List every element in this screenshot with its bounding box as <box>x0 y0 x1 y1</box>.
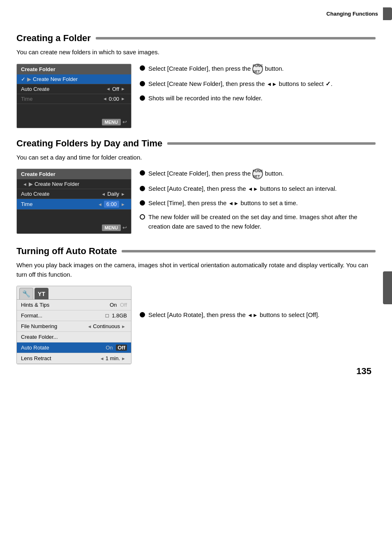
settings-row-format: Format... □ 1.8GB <box>17 310 131 321</box>
settings-tab-bar: 🔧 YT <box>17 286 131 300</box>
section1-bullet1: Select [Create Folder], then press the F… <box>140 64 376 74</box>
camera-ui-2-footer: MENU ↩ <box>17 222 131 234</box>
bullet-icon <box>140 65 145 71</box>
camera-ui-2-row3: Time ◄ 6:00 ► <box>17 199 131 210</box>
section1-header: Creating a Folder <box>16 33 376 44</box>
settings-row-lensretract: Lens Retract ◄ 1 min. ► <box>17 353 131 364</box>
section3-bullet1: Select [Auto Rotate], then press the ◄► … <box>140 310 376 320</box>
time-value: 6:00 <box>104 201 119 208</box>
return-arrow-2: ↩ <box>122 224 127 231</box>
header-tab <box>383 7 392 20</box>
page-number: 135 <box>356 366 371 377</box>
menu-btn-1: MENU <box>102 119 121 125</box>
menu-btn-2: MENU <box>102 224 121 231</box>
section3-title: Turning off Auto Rotate <box>16 246 117 257</box>
section3-content: 🔧 YT Hints & Tips On Off Format... □ 1.8… <box>16 286 376 364</box>
func-btn-icon: FUNCSET <box>252 64 263 74</box>
bullet-icon <box>140 81 145 86</box>
section1-camera-ui: Create Folder ✓ ▶ Create New Folder Auto… <box>16 64 131 128</box>
section2-bullet1: Select [Create Folder], then press the F… <box>140 169 376 179</box>
section3-settings-ui: 🔧 YT Hints & Tips On Off Format... □ 1.8… <box>16 286 131 364</box>
camera-ui-1-row1: ✓ ▶ Create New Folder <box>17 74 131 84</box>
section3-header-bar <box>122 250 376 252</box>
camera-ui-1-footer: MENU ↩ <box>17 116 131 128</box>
settings-row-filenumbering: File Numbering ◄ Continuous ► <box>17 321 131 332</box>
header-title: Changing Functions <box>321 7 383 20</box>
bullet-icon <box>140 312 145 317</box>
off-box: Off <box>116 345 127 351</box>
folder-icon: ▶ <box>27 76 31 82</box>
bullet-icon <box>140 95 145 101</box>
camera-ui-1-row2: Auto Create ◄ Off ► <box>17 84 131 94</box>
section2-camera-ui: Create Folder ◄ ▶ Create New Folder Auto… <box>16 169 131 234</box>
section3-description: When you play back images on the camera,… <box>16 261 376 279</box>
lr-arrows-icon-2: ◄► <box>248 185 258 193</box>
folder-icon-2: ▶ <box>29 181 33 187</box>
section2-bullet3: Select [Time], then press the ◄► buttons… <box>140 199 376 208</box>
section1-bullet2: Select [Create New Folder], then press t… <box>140 79 376 89</box>
checkmark-icon: ✓ <box>21 76 25 82</box>
return-arrow-1: ↩ <box>122 119 127 125</box>
right-page-tab <box>383 271 392 304</box>
section1-description: You can create new folders in which to s… <box>16 48 376 57</box>
camera-ui-1-row3: Time ◄ 0:00 ► <box>17 94 131 104</box>
camera-ui-2-row2: Auto Create ◄ Daily ► <box>17 189 131 199</box>
section3-header: Turning off Auto Rotate <box>16 246 376 257</box>
settings-row-autorotate: Auto Rotate On Off <box>17 342 131 353</box>
section1-content: Create Folder ✓ ▶ Create New Folder Auto… <box>16 64 376 128</box>
section1-bullets: Select [Create Folder], then press the F… <box>140 64 376 108</box>
section1-header-bar <box>96 37 376 39</box>
section2-content: Create Folder ◄ ▶ Create New Folder Auto… <box>16 169 376 236</box>
func-btn-icon-2: FUNCSET <box>252 169 263 179</box>
section2-bullet4: The new folder will be created on the se… <box>140 213 376 231</box>
bullet-icon <box>140 170 145 176</box>
section1-bullet3: Shots will be recorded into the new fold… <box>140 94 376 103</box>
bullet-icon <box>140 200 145 206</box>
lr-arrows-icon: ◄► <box>267 80 277 88</box>
bullet-icon-open <box>140 214 145 220</box>
settings-tab-camera: 🔧 <box>19 288 33 299</box>
section2-header: Creating Folders by Day and Time <box>16 138 376 149</box>
camera-ui-1-header: Create Folder <box>17 64 131 74</box>
lr-arrows-icon-4: ◄► <box>247 311 258 319</box>
checkmark-inline-icon: ✓ <box>325 79 331 89</box>
section1-title: Creating a Folder <box>16 33 91 44</box>
settings-row-hints: Hints & Tips On Off <box>17 300 131 310</box>
settings-tab-yt: YT <box>35 288 48 299</box>
settings-row-createfolder: Create Folder... <box>17 332 131 342</box>
camera-ui-2-row1: ◄ ▶ Create New Folder <box>17 179 131 189</box>
section3-bullets: Select [Auto Rotate], then press the ◄► … <box>140 286 376 325</box>
section2-description: You can set a day and time for folder cr… <box>16 153 376 162</box>
page-header: Changing Functions <box>321 7 392 20</box>
bullet-icon <box>140 186 145 191</box>
section2-header-bar <box>167 142 376 145</box>
section2-bullet2: Select [Auto Create], then press the ◄► … <box>140 184 376 194</box>
lr-arrows-icon-3: ◄► <box>228 199 239 208</box>
camera-ui-2-header: Create Folder <box>17 169 131 179</box>
section2-bullets: Select [Create Folder], then press the F… <box>140 169 376 236</box>
section2-title: Creating Folders by Day and Time <box>16 138 162 149</box>
